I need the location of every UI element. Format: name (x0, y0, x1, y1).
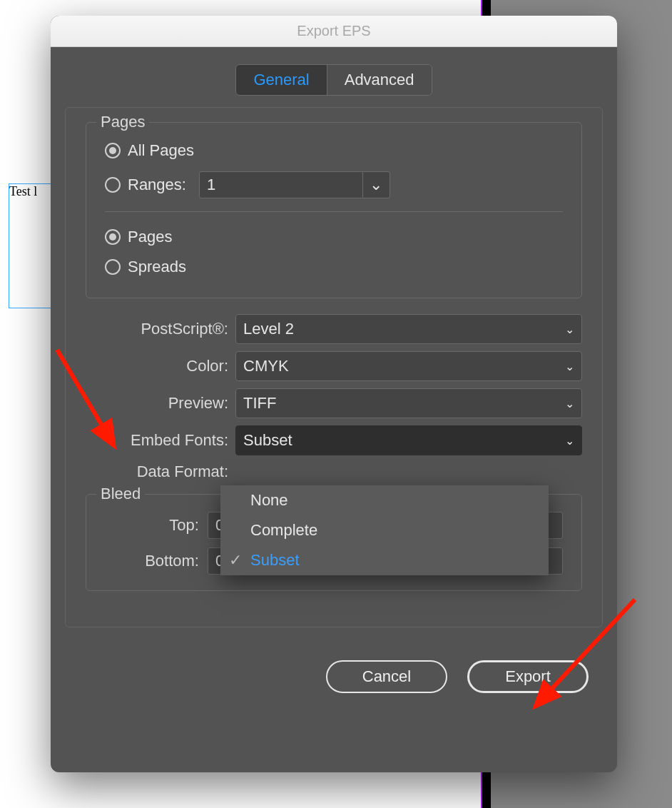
check-icon: ✓ (229, 551, 245, 570)
embed-fonts-option-complete[interactable]: Complete (220, 515, 549, 545)
cancel-button[interactable]: Cancel (326, 660, 447, 693)
chevron-down-icon: ⌄ (565, 360, 574, 373)
embed-fonts-option-none[interactable]: None (220, 485, 549, 515)
cancel-button-label: Cancel (362, 667, 411, 685)
radio-pages[interactable]: Pages (105, 222, 563, 252)
text-frame-content: Test l (9, 184, 37, 198)
data-format-label: Data Format: (86, 463, 228, 481)
tab-advanced[interactable]: Advanced (327, 65, 432, 95)
ranges-dropdown-button[interactable]: ⌄ (363, 171, 390, 198)
chevron-down-icon: ⌄ (565, 434, 574, 448)
option-label: None (250, 491, 288, 510)
embed-fonts-dropdown: None Complete ✓ Subset (220, 485, 549, 575)
postscript-value: Level 2 (243, 320, 294, 338)
bleed-bottom-label: Bottom: (105, 552, 202, 570)
color-select[interactable]: CMYK ⌄ (235, 351, 582, 381)
embed-fonts-select[interactable]: Subset ⌄ (235, 425, 582, 455)
radio-spreads-indicator (105, 259, 121, 275)
radio-all-pages[interactable]: All Pages (105, 136, 563, 166)
ranges-input[interactable] (199, 171, 363, 198)
tab-general-label: General (253, 71, 309, 89)
embed-fonts-value: Subset (243, 431, 292, 450)
export-button[interactable]: Export (467, 660, 589, 693)
export-eps-dialog: Export EPS General Advanced Pages All Pa… (51, 16, 617, 772)
radio-pages-label: Pages (128, 228, 172, 246)
radio-spreads[interactable]: Spreads (105, 252, 563, 282)
radio-all-pages-label: All Pages (128, 141, 194, 160)
postscript-label: PostScript®: (86, 320, 228, 338)
chevron-down-icon: ⌄ (370, 176, 382, 194)
export-button-label: Export (505, 667, 551, 685)
color-label: Color: (86, 357, 228, 375)
chevron-down-icon: ⌄ (565, 397, 574, 410)
tab-general[interactable]: General (236, 65, 327, 95)
divider (105, 211, 563, 212)
dialog-title: Export EPS (297, 23, 370, 39)
postscript-select[interactable]: Level 2 ⌄ (235, 314, 582, 344)
preview-label: Preview: (86, 394, 228, 413)
radio-all-pages-indicator (105, 143, 121, 158)
text-frame[interactable]: Test l (9, 183, 51, 308)
tab-advanced-label: Advanced (345, 71, 414, 89)
color-value: CMYK (243, 357, 289, 375)
radio-ranges[interactable]: Ranges: ⌄ (105, 166, 563, 204)
option-label: Complete (250, 521, 317, 540)
preview-value: TIFF (243, 394, 276, 413)
embed-fonts-label: Embed Fonts: (86, 431, 228, 450)
bleed-legend: Bleed (96, 485, 145, 503)
embed-fonts-option-subset[interactable]: ✓ Subset (220, 545, 549, 575)
tab-bar: General Advanced (65, 47, 603, 107)
radio-spreads-label: Spreads (128, 258, 186, 276)
radio-pages-indicator (105, 229, 121, 245)
dialog-titlebar: Export EPS (51, 16, 617, 47)
chevron-down-icon: ⌄ (565, 323, 574, 336)
bleed-top-label: Top: (105, 516, 202, 535)
pages-legend: Pages (96, 113, 149, 131)
radio-ranges-label: Ranges: (128, 176, 186, 194)
option-label: Subset (250, 551, 300, 570)
radio-ranges-indicator (105, 177, 121, 193)
pages-fieldset: Pages All Pages Ranges: ⌄ (86, 122, 582, 298)
segmented-control: General Advanced (235, 64, 432, 96)
preview-select[interactable]: TIFF ⌄ (235, 388, 582, 418)
